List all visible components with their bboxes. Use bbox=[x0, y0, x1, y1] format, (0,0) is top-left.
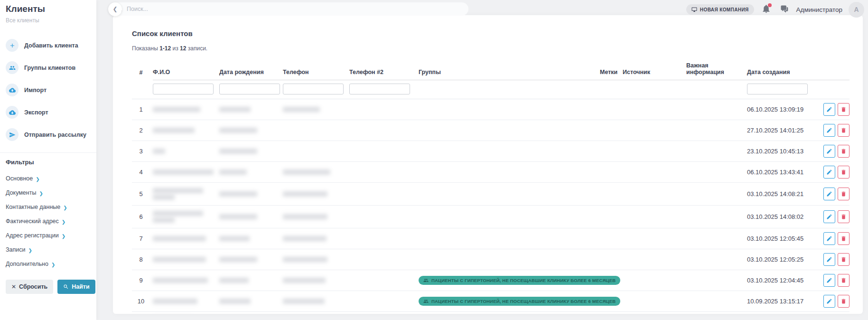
filter-link[interactable]: Фактический адрес ❯ bbox=[6, 214, 91, 228]
created-date: 03.10.2025 12:05:45 bbox=[747, 228, 821, 249]
avatar[interactable]: A bbox=[849, 2, 864, 18]
redacted-name bbox=[153, 195, 175, 200]
filter-input-col-4[interactable] bbox=[349, 84, 410, 94]
chevron-right-icon: ❯ bbox=[28, 248, 32, 253]
trash-icon bbox=[840, 191, 847, 197]
table-filter-row bbox=[132, 80, 849, 99]
filter-link-label: Контактные данные bbox=[6, 204, 60, 210]
redacted-phone bbox=[283, 214, 327, 219]
redacted-birth-date bbox=[219, 191, 257, 197]
redacted-phone bbox=[283, 191, 327, 197]
delete-button[interactable] bbox=[838, 145, 849, 158]
edit-button[interactable] bbox=[823, 103, 835, 116]
chevron-right-icon: ❯ bbox=[62, 219, 65, 225]
filter-link[interactable]: Адрес регистрации ❯ bbox=[6, 228, 91, 243]
edit-button[interactable] bbox=[823, 145, 835, 158]
column-header bbox=[821, 60, 849, 80]
sidebar-action-label: Группы клиентов bbox=[24, 65, 75, 71]
created-date: 06.10.2025 13:09:19 bbox=[747, 99, 821, 120]
delete-button[interactable] bbox=[838, 274, 849, 287]
edit-button[interactable] bbox=[823, 295, 835, 308]
reset-button[interactable]: ✕ Сбросить bbox=[6, 280, 53, 294]
pencil-icon bbox=[826, 214, 832, 220]
delete-button[interactable] bbox=[838, 232, 849, 245]
edit-button[interactable] bbox=[823, 210, 835, 223]
redacted-name bbox=[153, 236, 206, 241]
global-search bbox=[111, 2, 468, 16]
send-icon bbox=[6, 128, 19, 141]
filter-input-col-9[interactable] bbox=[747, 84, 808, 94]
cloud-upload-icon bbox=[6, 84, 19, 96]
delete-button[interactable] bbox=[838, 295, 849, 308]
filter-link[interactable]: Записи ❯ bbox=[6, 243, 91, 257]
users-icon bbox=[6, 61, 19, 74]
trash-icon bbox=[840, 235, 847, 242]
delete-button[interactable] bbox=[838, 103, 849, 116]
sidebar-action-plus[interactable]: Добавить клиента bbox=[6, 34, 91, 56]
pencil-icon bbox=[826, 277, 832, 283]
redacted-birth-date bbox=[219, 236, 250, 241]
chevron-right-icon: ❯ bbox=[36, 177, 39, 182]
filter-link[interactable]: Документы ❯ bbox=[6, 186, 91, 200]
search-input[interactable] bbox=[127, 6, 463, 12]
sidebar-action-send[interactable]: Отправить рассылку bbox=[6, 123, 91, 146]
column-header: # bbox=[132, 60, 153, 80]
clients-table: #Ф.И.ОДата рожденияТелефонТелефон #2Груп… bbox=[132, 60, 849, 314]
messages-chat-icon[interactable] bbox=[778, 3, 790, 16]
filter-input-col-2[interactable] bbox=[219, 84, 280, 94]
table-row: 703.10.2025 12:05:45 bbox=[132, 228, 849, 249]
avatar-letter: A bbox=[854, 6, 859, 13]
sidebar-action-cloud-download[interactable]: Экспорт bbox=[6, 101, 91, 123]
row-number: 1 bbox=[132, 99, 153, 120]
table-row: 803.10.2025 12:05:25 bbox=[132, 249, 849, 270]
sidebar-action-label: Экспорт bbox=[24, 109, 48, 116]
group-badge-label: ПАЦИЕНТЫ С ГИПЕРТОНИЕЙ, НЕ ПОСЕЩАВШИЕ КЛ… bbox=[431, 278, 616, 283]
edit-button[interactable] bbox=[823, 253, 835, 266]
notifications-bell-icon[interactable] bbox=[760, 3, 772, 16]
filter-buttons: ✕ Сбросить Найти bbox=[6, 280, 91, 294]
filter-link[interactable]: Контактные данные ❯ bbox=[6, 200, 91, 214]
sidebar-action-cloud-upload[interactable]: Импорт bbox=[6, 79, 91, 101]
delete-button[interactable] bbox=[838, 124, 849, 137]
chevron-right-icon: ❯ bbox=[51, 262, 55, 267]
redacted-birth-date bbox=[219, 257, 257, 262]
redacted-phone bbox=[283, 299, 325, 304]
row-number: 3 bbox=[132, 141, 153, 162]
edit-button[interactable] bbox=[823, 124, 835, 137]
redacted-phone bbox=[283, 257, 327, 262]
delete-button[interactable] bbox=[838, 166, 849, 179]
new-company-label: НОВАЯ КОМПАНИЯ bbox=[700, 7, 749, 12]
edit-button[interactable] bbox=[823, 274, 835, 287]
edit-button[interactable] bbox=[823, 188, 835, 200]
delete-button[interactable] bbox=[838, 253, 849, 266]
table-row: 10ПАЦИЕНТЫ С ГИПЕРТОНИЕЙ, НЕ ПОСЕЩАВШИЕ … bbox=[132, 291, 849, 312]
trash-icon bbox=[840, 148, 847, 154]
filter-input-col-3[interactable] bbox=[283, 84, 344, 94]
collapse-sidebar-button[interactable]: ❮ bbox=[108, 2, 122, 16]
table-row: 9ПАЦИЕНТЫ С ГИПЕРТОНИЕЙ, НЕ ПОСЕЩАВШИЕ К… bbox=[132, 270, 849, 291]
filter-input-col-1[interactable] bbox=[153, 84, 214, 94]
find-button[interactable]: Найти bbox=[57, 280, 95, 294]
sidebar-action-users[interactable]: Группы клиентов bbox=[6, 56, 91, 79]
table-row: 106.10.2025 13:09:19 bbox=[132, 99, 849, 120]
filter-link-label: Дополнительно bbox=[6, 261, 48, 267]
filter-link[interactable]: Дополнительно ❯ bbox=[6, 257, 91, 271]
group-badge[interactable]: ПАЦИЕНТЫ С ГИПЕРТОНИЕЙ, НЕ ПОСЕЩАВШИЕ КЛ… bbox=[419, 297, 620, 306]
chevron-right-icon: ❯ bbox=[39, 191, 43, 196]
redacted-birth-date bbox=[219, 169, 247, 175]
redacted-birth-date bbox=[219, 149, 257, 154]
edit-button[interactable] bbox=[823, 166, 835, 179]
edit-button[interactable] bbox=[823, 232, 835, 245]
group-badge[interactable]: ПАЦИЕНТЫ С ГИПЕРТОНИЕЙ, НЕ ПОСЕЩАВШИЕ КЛ… bbox=[419, 276, 620, 285]
users-icon bbox=[423, 299, 429, 304]
table-header-row: #Ф.И.ОДата рожденияТелефонТелефон #2Груп… bbox=[132, 60, 849, 80]
search-icon bbox=[63, 284, 69, 290]
delete-button[interactable] bbox=[838, 188, 849, 200]
filter-link[interactable]: Основное ❯ bbox=[6, 171, 91, 186]
users-icon bbox=[423, 278, 429, 283]
redacted-name bbox=[153, 278, 208, 283]
delete-button[interactable] bbox=[838, 210, 849, 223]
find-button-label: Найти bbox=[72, 283, 89, 290]
new-company-button[interactable]: НОВАЯ КОМПАНИЯ bbox=[686, 4, 754, 15]
filter-link-label: Адрес регистрации bbox=[6, 232, 59, 239]
